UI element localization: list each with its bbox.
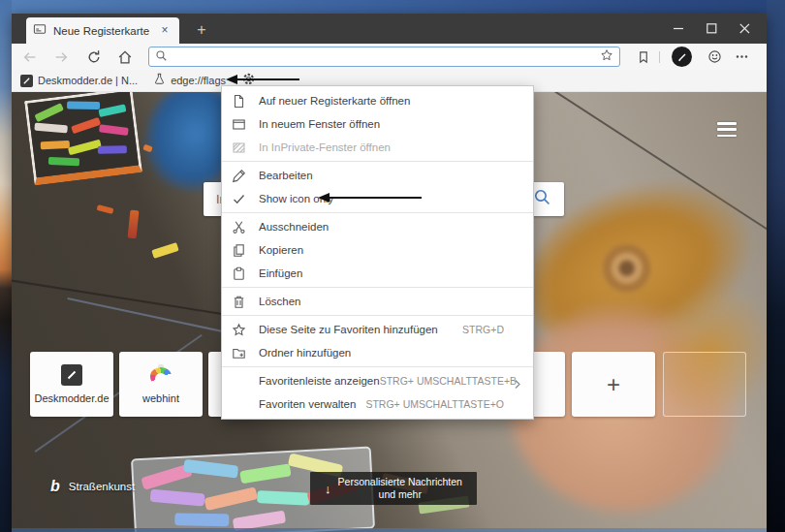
copy-icon [231,242,246,258]
new-tab-page-icon [33,22,47,40]
menu-item-delete[interactable]: Löschen [222,290,533,313]
checkmark-icon [231,191,246,206]
page-icon [231,93,246,109]
inprivate-icon [231,140,246,155]
back-icon [21,48,38,65]
favorites-hub-icon[interactable] [635,48,651,65]
desktop-wallpaper-left [0,0,12,532]
plus-icon: + [607,371,620,398]
paste-icon [231,266,246,281]
flask-icon [153,72,166,89]
image-attribution[interactable]: b Straßenkunst [50,478,135,495]
search-icon [155,48,168,66]
empty-tile-slot [663,352,746,417]
chalk-box [24,92,142,185]
menu-item-add-page-to-favorites[interactable]: Diese Seite zu Favoriten hinzufügen STRG… [222,318,533,341]
menu-item-paste[interactable]: Einfügen [222,262,533,285]
menu-separator [222,161,533,162]
menu-separator [222,366,533,367]
menu-item-open-new-window[interactable]: In neuem Fenster öffnen [222,112,533,136]
submenu-chevron-icon [514,376,522,393]
tab-neue-registerkarte[interactable]: Neue Registerkarte × [26,17,179,44]
favorite-item-label: edge://flags [171,75,226,86]
new-window-icon [231,116,246,132]
menu-separator [222,287,533,288]
close-button[interactable] [728,14,761,44]
pencil-icon [231,168,246,183]
star-icon [231,322,246,337]
menu-item-copy[interactable]: Kopieren [222,238,533,262]
maximize-button[interactable] [695,14,728,44]
personalized-news-button[interactable]: ↓ Personalisierte Nachrichten und mehr [310,472,477,505]
add-tile-button[interactable]: + [572,352,655,417]
navigation-bar [12,44,767,70]
menu-item-open-inprivate: In InPrivate-Fenster öffnen [222,136,533,159]
minimize-button[interactable] [662,14,695,44]
tab-close-icon[interactable]: × [157,23,173,39]
bing-logo: b [50,478,60,495]
menu-separator [222,212,533,213]
news-button-line2: und mehr [379,488,422,500]
tile-label: Deskmodder.de [34,392,109,404]
home-icon[interactable] [116,48,133,65]
toolbar-divider [659,51,660,63]
menu-item-add-folder[interactable]: Ordner hinzufügen [222,341,533,364]
favorite-item-label: Deskmodder.de | N... [38,75,138,86]
news-button-line1: Personalisierte Nachrichten [338,476,462,487]
annotation-arrow-to-show-icon-only [318,193,423,203]
attribution-label: Straßenkunst [69,481,135,492]
address-bar[interactable] [148,47,620,67]
more-menu-icon[interactable] [734,48,750,65]
tile-label: webhint [142,392,179,404]
menu-item-show-favorites-bar[interactable]: Favoritenleiste anzeigen STRG+ UMSCHALTT… [222,369,533,392]
titlebar: Neue Registerkarte × + [12,14,767,44]
menu-item-edit[interactable]: Bearbeiten [222,164,533,187]
favorite-star-icon[interactable] [600,48,613,66]
menu-item-cut[interactable]: Ausschneiden [222,215,533,238]
menu-item-open-new-tab[interactable]: Auf neuer Registerkarte öffnen [222,89,533,112]
trash-icon [231,294,246,309]
feedback-smiley-icon[interactable] [706,48,723,65]
tile-deskmodder[interactable]: Deskmodder.de [30,352,113,417]
scissors-icon [231,219,246,235]
browser-window: Neue Registerkarte × + [12,14,767,532]
annotation-arrow-to-gear [226,75,301,84]
menu-separator [222,315,533,316]
favorite-item-deskmodder[interactable]: Deskmodder.de | N... [20,75,138,87]
folder-add-icon [231,345,246,360]
refresh-icon[interactable] [85,48,102,65]
tab-title: Neue Registerkarte [53,25,157,37]
deskmodder-tile-icon [61,364,82,386]
desktop-wallpaper-right [767,0,785,532]
favorites-context-menu: Auf neuer Registerkarte öffnen In neuem … [221,85,534,420]
down-arrow-icon: ↓ [325,482,331,496]
address-input[interactable] [173,48,600,65]
tile-webhint[interactable]: webhint [119,352,203,417]
menu-item-manage-favorites[interactable]: Favoriten verwalten STRG+ UMSCHALTTASTE+… [222,392,533,416]
page-settings-menu-icon[interactable] [717,122,737,137]
search-icon[interactable] [533,188,551,210]
webhint-tile-icon [150,364,172,386]
profile-avatar[interactable] [672,47,692,67]
deskmodder-favicon [20,75,33,87]
new-tab-button[interactable]: + [190,18,213,42]
forward-icon [52,48,69,65]
favorite-item-edge-flags[interactable]: edge://flags [153,72,226,89]
